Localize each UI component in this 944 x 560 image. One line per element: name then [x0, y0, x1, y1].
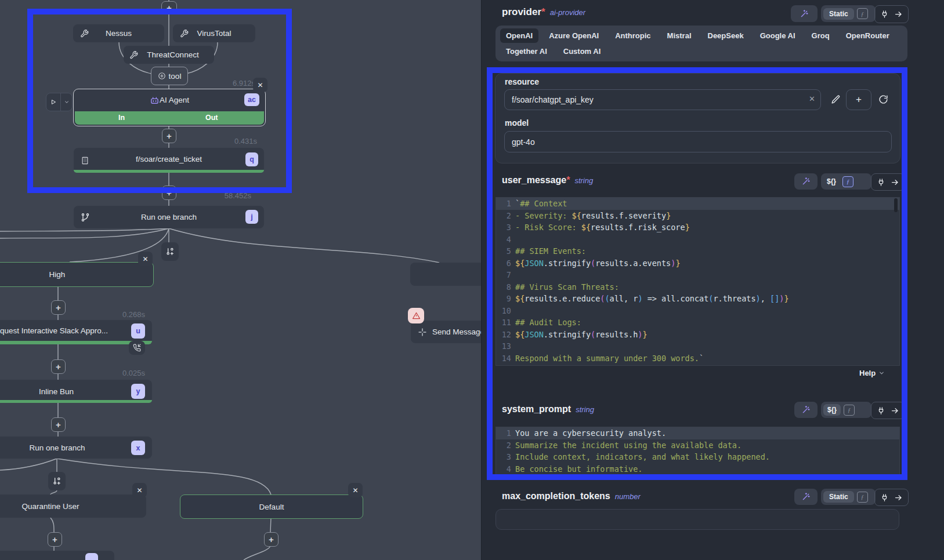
provider-tab-openai[interactable]: OpenAI: [500, 28, 538, 43]
node-label: Quarantine User: [21, 502, 79, 511]
close-icon[interactable]: ✕: [132, 483, 147, 497]
plug-icon[interactable]: [880, 10, 889, 19]
ai-autofill-button[interactable]: [794, 489, 818, 505]
expression-mode-label[interactable]: ${}: [823, 404, 841, 416]
node-label: Send Message: [432, 328, 481, 336]
provider-tab-google-ai[interactable]: Google AI: [754, 28, 801, 43]
node-send-message[interactable]: Send Message: [411, 321, 481, 343]
add-node-handle[interactable]: +: [162, 129, 176, 143]
node-virustotal[interactable]: VirusTotal: [173, 24, 255, 42]
mode-toggle-max-tokens[interactable]: Static ƒ: [821, 489, 876, 505]
close-icon[interactable]: ✕: [253, 78, 267, 92]
node-partial-bottom[interactable]: [0, 551, 114, 560]
provider-tab-anthropic[interactable]: Anthropic: [609, 28, 656, 43]
field-type: string: [574, 176, 593, 185]
add-node-handle[interactable]: +: [264, 532, 279, 547]
tool-pill[interactable]: tool: [151, 67, 188, 85]
mode-static-label[interactable]: Static: [823, 491, 854, 503]
line-number: 6: [496, 257, 515, 270]
node-quarantine-user[interactable]: Quarantine User: [0, 494, 146, 518]
provider-tab-azure-openai[interactable]: Azure OpenAI: [543, 28, 605, 43]
node-partial-right[interactable]: [410, 263, 481, 286]
play-button[interactable]: [46, 93, 61, 111]
mode-toggle-user-message[interactable]: ${} ƒ: [821, 173, 871, 190]
provider-tab-groq[interactable]: Groq: [806, 28, 836, 43]
line-number: 4: [496, 234, 515, 246]
edit-pencil-icon[interactable]: [831, 94, 841, 104]
shortcut-badge: [85, 553, 98, 560]
field-type: string: [576, 405, 594, 414]
resource-input[interactable]: [504, 89, 821, 110]
field-type: ai-provider: [550, 8, 585, 17]
add-branch-button[interactable]: [48, 472, 66, 490]
system-prompt-editor[interactable]: 1You are a cybersecurity analyst.2Summar…: [495, 427, 900, 477]
plus-circle-icon: [158, 72, 166, 80]
function-mode-icon[interactable]: ƒ: [857, 492, 868, 503]
arrow-right-icon[interactable]: [894, 493, 903, 502]
arrow-right-icon[interactable]: [891, 406, 899, 415]
wand-icon: [801, 405, 811, 414]
node-label: Run one branch: [29, 443, 85, 452]
arrow-right-icon[interactable]: [894, 10, 903, 19]
help-button[interactable]: Help: [859, 369, 885, 377]
plug-icon[interactable]: [880, 493, 889, 502]
code-line: 10: [496, 305, 899, 317]
add-node-handle[interactable]: +: [51, 417, 66, 432]
function-mode-icon[interactable]: ƒ: [857, 8, 868, 19]
add-node-handle[interactable]: +: [162, 186, 176, 200]
node-default-branch[interactable]: Default: [180, 494, 363, 519]
provider-tab-together-ai[interactable]: Together AI: [500, 44, 553, 59]
model-input[interactable]: [504, 131, 892, 152]
add-node-handle[interactable]: +: [51, 359, 66, 374]
add-node-handle[interactable]: +: [48, 532, 62, 547]
interaction-button[interactable]: [129, 341, 145, 355]
mode-toggle-provider[interactable]: Static ƒ: [821, 5, 876, 22]
close-icon[interactable]: ✕: [348, 483, 363, 497]
ai-autofill-button[interactable]: [794, 402, 818, 418]
clear-icon[interactable]: ✕: [809, 94, 815, 103]
git-branch-plus-icon: [52, 477, 62, 486]
plug-icon[interactable]: [877, 406, 885, 415]
node-ai-agent[interactable]: AI Agent ac In Out: [73, 89, 266, 126]
user-message-editor[interactable]: 1`## Context2- Severity: ${results.f.sev…: [495, 197, 900, 366]
node-threatconnect[interactable]: ThreatConnect: [124, 46, 214, 64]
provider-tab-custom-ai[interactable]: Custom AI: [558, 44, 607, 59]
close-icon[interactable]: ✕: [138, 252, 153, 266]
field-name: max_completion_tokens: [502, 491, 610, 501]
mode-toggle-system-prompt[interactable]: ${} ƒ: [821, 402, 871, 418]
scrollbar-thumb[interactable]: [894, 198, 898, 212]
max-tokens-input[interactable]: [495, 509, 899, 530]
connect-actions-group: [871, 402, 905, 419]
function-mode-icon[interactable]: ƒ: [842, 176, 853, 187]
node-create-ticket[interactable]: f/soar/create_ticket q: [74, 148, 264, 173]
provider-tab-mistral[interactable]: Mistral: [661, 28, 697, 43]
function-mode-icon[interactable]: ƒ: [844, 405, 855, 416]
node-nessus[interactable]: Nessus: [73, 24, 164, 42]
provider-tab-openrouter[interactable]: OpenRouter: [840, 28, 895, 43]
add-resource-button[interactable]: +: [846, 89, 871, 110]
agent-out-label[interactable]: Out: [205, 114, 218, 122]
mode-static-label[interactable]: Static: [823, 8, 854, 20]
node-inline-bun[interactable]: Inline Bun y: [0, 380, 152, 403]
ai-autofill-button[interactable]: [791, 5, 818, 22]
connect-actions-group: [874, 5, 909, 23]
node-slack-approval[interactable]: quest Interactive Slack Appro... u: [0, 320, 152, 344]
code-line: 2Summarize the incident using the availa…: [496, 439, 899, 452]
add-node-handle[interactable]: +: [161, 1, 177, 14]
node-run-one-branch-bottom[interactable]: Run one branch x: [0, 437, 152, 459]
add-node-handle[interactable]: +: [51, 300, 66, 315]
workflow-canvas[interactable]: + Nessus VirusTotal ThreatConnect: [0, 0, 481, 560]
line-number: 11: [496, 317, 515, 329]
node-run-one-branch-top[interactable]: Run one branch j: [74, 206, 264, 228]
arrow-right-icon[interactable]: [891, 178, 899, 187]
agent-in-label[interactable]: In: [118, 114, 125, 122]
run-options-button[interactable]: [61, 93, 72, 111]
provider-tab-deepseek[interactable]: DeepSeek: [702, 28, 750, 43]
refresh-icon[interactable]: [878, 94, 888, 104]
tool-pill-label: tool: [169, 72, 182, 81]
plug-icon[interactable]: [877, 178, 885, 187]
ai-autofill-button[interactable]: [794, 173, 818, 190]
expression-mode-label[interactable]: ${}: [823, 177, 840, 186]
node-high-branch[interactable]: High: [0, 262, 154, 287]
add-branch-button[interactable]: [161, 242, 179, 261]
